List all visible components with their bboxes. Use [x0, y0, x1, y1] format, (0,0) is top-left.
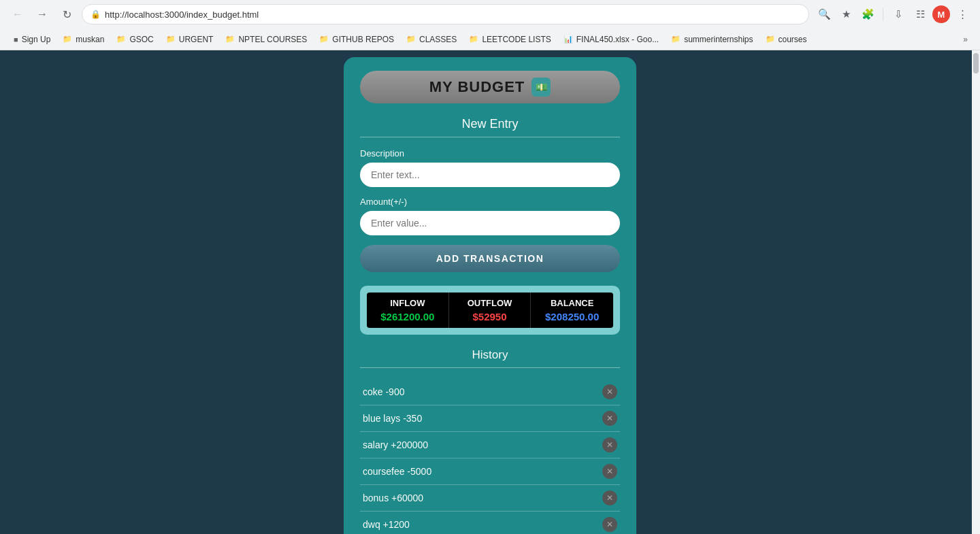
menu-icon-btn[interactable]: ⋮ — [953, 5, 972, 24]
delete-transaction-button[interactable]: ✕ — [602, 517, 617, 532]
inflow-value: $261200.00 — [371, 311, 444, 322]
bookmark-sign-up-label: Sign Up — [22, 35, 51, 44]
history-item-text: coursefee -5000 — [363, 466, 431, 477]
bookmark-leetcode-icon: 📁 — [469, 35, 478, 44]
summary-container: INFLOW $261200.00 OUTFLOW $52950 BALANCE… — [360, 286, 620, 335]
lock-icon: 🔒 — [91, 10, 101, 19]
bookmark-classes-label: CLASSES — [419, 35, 457, 44]
bookmark-final450[interactable]: 📊 FINAL450.xlsx - Goo... — [558, 33, 664, 46]
forward-button[interactable]: → — [33, 5, 52, 24]
browser-toolbar: ← → ↻ 🔒 http://localhost:3000/index_budg… — [0, 0, 980, 29]
history-item-text: blue lays -350 — [363, 413, 422, 424]
amount-label: Amount(+/-) — [360, 197, 620, 207]
delete-transaction-button[interactable]: ✕ — [602, 437, 617, 452]
inflow-col: INFLOW $261200.00 — [367, 293, 449, 328]
history-section: History coke -900✕blue lays -350✕salary … — [360, 348, 620, 534]
layout-icon-btn[interactable]: ☷ — [911, 5, 930, 24]
bookmark-gsoc-icon: 📁 — [116, 35, 126, 44]
bookmark-muskan[interactable]: 📁 muskan — [57, 33, 110, 46]
history-list: coke -900✕blue lays -350✕salary +200000✕… — [360, 379, 620, 534]
summary-grid: INFLOW $261200.00 OUTFLOW $52950 BALANCE… — [367, 293, 613, 328]
history-item: blue lays -350✕ — [360, 405, 620, 432]
bookmark-urgent[interactable]: 📁 URGENT — [161, 33, 219, 46]
inflow-label: INFLOW — [371, 298, 444, 308]
bookmark-muskan-label: muskan — [76, 35, 104, 44]
bookmark-github[interactable]: 📁 GITHUB REPOS — [314, 33, 399, 46]
scrollbar-thumb — [973, 53, 979, 73]
delete-transaction-button[interactable]: ✕ — [602, 490, 617, 505]
browser-chrome: ← → ↻ 🔒 http://localhost:3000/index_budg… — [0, 0, 980, 50]
profile-button[interactable]: M — [932, 5, 950, 23]
delete-transaction-button[interactable]: ✕ — [602, 384, 617, 399]
budget-icon: 💵 — [532, 78, 551, 97]
bookmark-summer-icon: 📁 — [671, 35, 681, 44]
outflow-col: OUTFLOW $52950 — [449, 293, 532, 328]
bookmark-sign-up-icon: ■ — [14, 35, 18, 44]
bookmark-summer-label: summerinternships — [684, 35, 753, 44]
extension-icon-btn[interactable]: 🧩 — [858, 5, 877, 24]
bookmarks-bar: ■ Sign Up 📁 muskan 📁 GSOC 📁 URGENT 📁 NPT… — [0, 29, 980, 50]
history-item: salary +200000✕ — [360, 432, 620, 458]
history-item: bonus +60000✕ — [360, 485, 620, 512]
new-entry-divider — [360, 137, 620, 137]
bookmark-final450-label: FINAL450.xlsx - Goo... — [576, 35, 659, 44]
bookmark-nptel-label: NPTEL COURSES — [238, 35, 307, 44]
history-item-text: salary +200000 — [363, 439, 428, 450]
new-entry-section: New Entry Description Amount(+/-) ADD TR… — [360, 117, 620, 286]
bookmark-courses[interactable]: 📁 courses — [760, 33, 813, 46]
bookmark-urgent-label: URGENT — [179, 35, 214, 44]
bookmark-final450-icon: 📊 — [564, 35, 573, 44]
reload-button[interactable]: ↻ — [57, 5, 76, 24]
address-bar[interactable]: 🔒 http://localhost:3000/index_budget.htm… — [82, 4, 809, 24]
history-item-text: bonus +60000 — [363, 493, 423, 503]
history-item: dwq +1200✕ — [360, 512, 620, 534]
outflow-label: OUTFLOW — [453, 298, 527, 308]
bookmark-courses-icon: 📁 — [766, 35, 775, 44]
history-item-text: coke -900 — [363, 386, 404, 397]
bookmark-gsoc-label: GSOC — [129, 35, 153, 44]
bookmarks-more-button[interactable]: » — [959, 33, 972, 46]
description-input[interactable] — [360, 163, 620, 187]
bookmark-muskan-icon: 📁 — [63, 35, 72, 44]
bookmark-github-label: GITHUB REPOS — [332, 35, 394, 44]
history-heading: History — [360, 348, 620, 362]
search-icon-btn[interactable]: 🔍 — [815, 5, 834, 24]
bookmark-classes-icon: 📁 — [406, 35, 416, 44]
budget-card: MY BUDGET 💵 New Entry Description Amount… — [344, 57, 636, 534]
scrollbar[interactable] — [972, 50, 980, 534]
description-label: Description — [360, 148, 620, 158]
history-divider — [360, 367, 620, 368]
balance-value: $208250.00 — [535, 311, 609, 322]
new-entry-heading: New Entry — [360, 117, 620, 131]
delete-transaction-button[interactable]: ✕ — [602, 411, 617, 426]
add-transaction-button[interactable]: ADD TRANSACTION — [360, 245, 620, 272]
history-item: coursefee -5000✕ — [360, 458, 620, 485]
back-button[interactable]: ← — [8, 5, 27, 24]
bookmark-courses-label: courses — [779, 35, 807, 44]
url-text: http://localhost:3000/index_budget.html — [105, 10, 259, 20]
budget-header: MY BUDGET 💵 — [360, 71, 620, 103]
page-content: MY BUDGET 💵 New Entry Description Amount… — [0, 50, 980, 534]
bookmark-nptel-icon: 📁 — [225, 35, 235, 44]
star-icon-btn[interactable]: ★ — [836, 5, 855, 24]
delete-transaction-button[interactable]: ✕ — [602, 464, 617, 479]
toolbar-icons: 🔍 ★ 🧩 ⇩ ☷ M ⋮ — [815, 5, 972, 24]
bookmark-gsoc[interactable]: 📁 GSOC — [111, 33, 159, 46]
bookmark-sign-up[interactable]: ■ Sign Up — [8, 33, 56, 46]
bookmark-urgent-icon: 📁 — [166, 35, 176, 44]
amount-input[interactable] — [360, 211, 620, 235]
toolbar-divider — [883, 7, 883, 21]
bookmark-classes[interactable]: 📁 CLASSES — [401, 33, 462, 46]
history-item-text: dwq +1200 — [363, 519, 410, 530]
outflow-value: $52950 — [453, 311, 527, 322]
bookmark-nptel[interactable]: 📁 NPTEL COURSES — [220, 33, 312, 46]
download-icon-btn[interactable]: ⇩ — [889, 5, 908, 24]
balance-label: BALANCE — [535, 298, 609, 308]
bookmark-leetcode[interactable]: 📁 LEETCODE LISTS — [463, 33, 556, 46]
history-item: coke -900✕ — [360, 379, 620, 405]
bookmark-summer[interactable]: 📁 summerinternships — [666, 33, 758, 46]
balance-col: BALANCE $208250.00 — [531, 293, 613, 328]
bookmark-leetcode-label: LEETCODE LISTS — [482, 35, 551, 44]
budget-title: MY BUDGET — [429, 78, 525, 96]
bookmark-github-icon: 📁 — [319, 35, 329, 44]
